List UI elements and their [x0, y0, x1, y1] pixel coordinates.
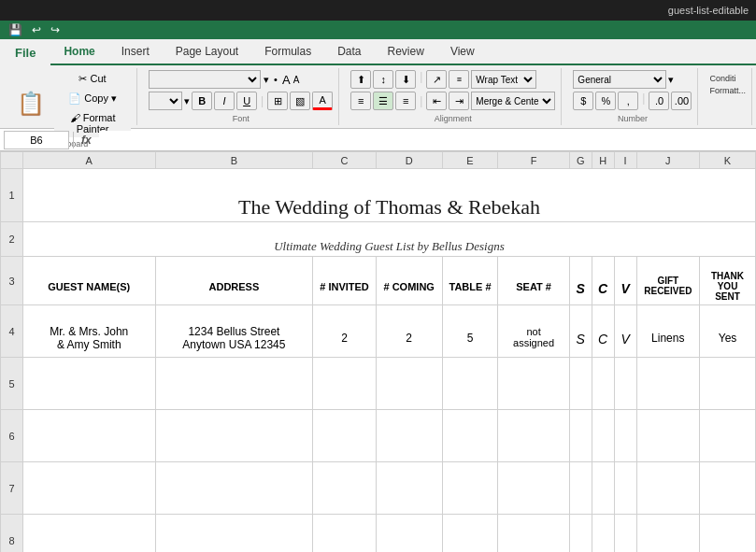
cell-k7[interactable]: [700, 462, 756, 515]
cell-f6[interactable]: [498, 410, 569, 462]
wrap-text-button[interactable]: ≡: [449, 70, 469, 89]
title-cell[interactable]: The Wedding of Thomas & Rebekah: [22, 169, 755, 222]
cell-a4-guest-name[interactable]: Mr. & Mrs. John& Amy Smith: [22, 305, 155, 358]
cell-g5[interactable]: [569, 358, 592, 410]
cell-d7[interactable]: [376, 462, 442, 515]
cell-b8[interactable]: [155, 515, 313, 553]
row-num-8[interactable]: 8: [1, 515, 23, 553]
decrease-decimal-button[interactable]: .0: [649, 92, 669, 110]
font-color-button[interactable]: A: [312, 92, 333, 110]
cell-d5[interactable]: [376, 358, 442, 410]
cell-b5[interactable]: [155, 358, 313, 410]
cut-button[interactable]: ✂ Cut: [54, 70, 131, 88]
row-num-6[interactable]: 6: [1, 410, 23, 462]
cell-c4-num-invited[interactable]: 2: [313, 305, 377, 358]
cell-b7[interactable]: [155, 462, 313, 515]
cell-g4-meal-s[interactable]: S: [569, 305, 592, 358]
bold-button[interactable]: B: [192, 92, 212, 110]
cell-c6[interactable]: [313, 410, 377, 462]
cell-j5[interactable]: [636, 358, 700, 410]
cell-i5[interactable]: [614, 358, 636, 410]
row-num-1[interactable]: 1: [1, 169, 23, 222]
undo-icon[interactable]: ↩: [29, 22, 44, 37]
cell-g8[interactable]: [569, 515, 592, 553]
col-header-h[interactable]: H: [592, 152, 614, 169]
increase-indent-button[interactable]: ⇥: [449, 92, 469, 110]
cell-d8[interactable]: [376, 515, 442, 553]
cell-f5[interactable]: [498, 358, 569, 410]
row-num-4[interactable]: 4: [1, 305, 23, 358]
rotate-text-button[interactable]: ↗: [426, 70, 447, 89]
align-center-button[interactable]: ☰: [373, 92, 393, 110]
cell-i7[interactable]: [614, 462, 636, 515]
cell-j7[interactable]: [636, 462, 700, 515]
col-header-i[interactable]: I: [614, 152, 636, 169]
paste-button[interactable]: 📋: [9, 89, 52, 119]
cell-a6[interactable]: [22, 410, 155, 462]
cell-k5[interactable]: [700, 358, 756, 410]
cell-f7[interactable]: [498, 462, 569, 515]
increase-font-icon[interactable]: A: [282, 73, 291, 87]
number-format-select[interactable]: General: [573, 70, 666, 89]
header-gift-received[interactable]: GIFTRECEIVED: [636, 257, 700, 305]
col-header-f[interactable]: F: [498, 152, 569, 169]
col-header-c[interactable]: C: [313, 152, 377, 169]
cell-h7[interactable]: [592, 462, 614, 515]
cell-b6[interactable]: [155, 410, 313, 462]
row-num-5[interactable]: 5: [1, 358, 23, 410]
cell-e6[interactable]: [442, 410, 498, 462]
tab-formulas[interactable]: Formulas: [251, 39, 324, 64]
col-header-a[interactable]: A: [22, 152, 155, 169]
increase-decimal-button[interactable]: .00: [671, 92, 692, 110]
cell-d6[interactable]: [376, 410, 442, 462]
cell-h5[interactable]: [592, 358, 614, 410]
decrease-indent-button[interactable]: ⇤: [426, 92, 447, 110]
cell-e7[interactable]: [442, 462, 498, 515]
header-meal-v[interactable]: V: [614, 257, 636, 305]
cell-f4-seat-num[interactable]: notassigned: [498, 305, 569, 358]
tab-review[interactable]: Review: [375, 39, 437, 64]
col-header-k[interactable]: K: [700, 152, 756, 169]
cell-c5[interactable]: [313, 358, 377, 410]
cell-g7[interactable]: [569, 462, 592, 515]
cell-e5[interactable]: [442, 358, 498, 410]
cell-e4-table-num[interactable]: 5: [442, 305, 498, 358]
cell-b4-address[interactable]: 1234 Bellus StreetAnytown USA 12345: [155, 305, 313, 358]
font-size-select[interactable]: [149, 92, 182, 110]
decrease-font-icon[interactable]: A: [293, 75, 300, 85]
cell-c7[interactable]: [313, 462, 377, 515]
header-num-invited[interactable]: # INVITED: [313, 257, 377, 305]
header-thank-you-sent[interactable]: THANKYOUSENT: [700, 257, 756, 305]
underline-button[interactable]: U: [236, 92, 257, 110]
spreadsheet-container[interactable]: A B C D E F G H I J K 1 Th: [0, 151, 756, 552]
currency-button[interactable]: $: [573, 92, 593, 110]
header-num-coming[interactable]: # COMING: [376, 257, 442, 305]
border-button[interactable]: ⊞: [267, 92, 288, 110]
percent-button[interactable]: %: [595, 92, 616, 110]
tab-home[interactable]: Home: [50, 39, 107, 64]
cell-a5[interactable]: [22, 358, 155, 410]
align-left-button[interactable]: ≡: [350, 92, 371, 110]
cell-g6[interactable]: [569, 410, 592, 462]
fill-color-button[interactable]: ▧: [290, 92, 310, 110]
cell-e8[interactable]: [442, 515, 498, 553]
font-family-select[interactable]: [149, 70, 261, 89]
wrap-text-select[interactable]: Wrap Text: [471, 70, 536, 89]
redo-icon[interactable]: ↪: [48, 22, 63, 37]
header-meal-s[interactable]: S: [569, 257, 592, 305]
cell-h8[interactable]: [592, 515, 614, 553]
row-num-2[interactable]: 2: [1, 222, 23, 257]
comma-button[interactable]: ,: [618, 92, 638, 110]
header-guest-names[interactable]: GUEST NAME(S): [22, 257, 155, 305]
align-top-button[interactable]: ⬆: [350, 70, 371, 89]
cell-reference-input[interactable]: [4, 131, 69, 149]
row-num-7[interactable]: 7: [1, 462, 23, 515]
cell-d4-num-coming[interactable]: 2: [376, 305, 442, 358]
col-header-d[interactable]: D: [376, 152, 442, 169]
cell-j8[interactable]: [636, 515, 700, 553]
cell-a8[interactable]: [22, 515, 155, 553]
subtitle-cell[interactable]: Ultimate Wedding Guest List by Bellus De…: [22, 222, 755, 257]
cell-h6[interactable]: [592, 410, 614, 462]
col-header-e[interactable]: E: [442, 152, 498, 169]
tab-page-layout[interactable]: Page Layout: [163, 39, 251, 64]
